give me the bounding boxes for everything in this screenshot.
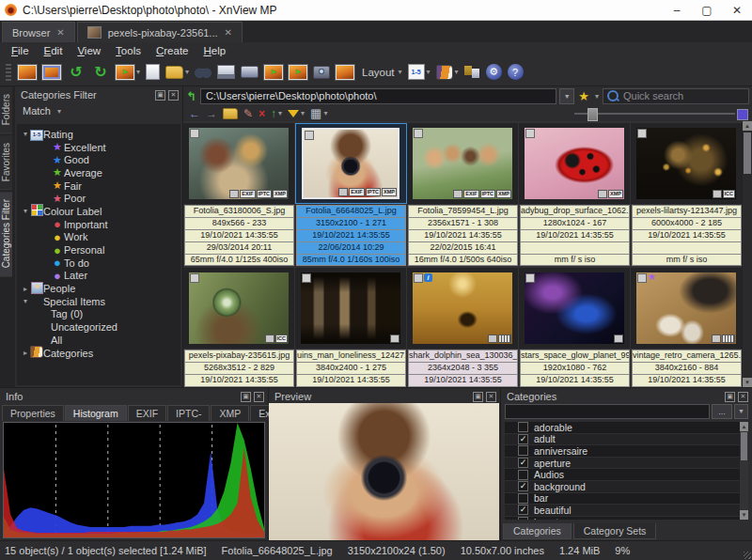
close-button[interactable]: ✕ — [722, 0, 752, 20]
meta-modified[interactable]: 19/10/2021 14:35:55 — [184, 230, 294, 242]
chevron-down-icon[interactable]: ▾ — [57, 107, 61, 116]
tree-item-later[interactable]: ●Later — [17, 270, 180, 283]
meta-dims[interactable]: 2364x2048 - 3 355 — [408, 363, 518, 375]
meta-exif[interactable]: 65mm f/4.0 1/125s 400iso — [184, 255, 294, 267]
tab-image[interactable]: pexels-pixabay-23561...✕ — [77, 22, 243, 42]
meta-modified[interactable]: 19/10/2021 14:35:55 — [184, 375, 294, 387]
close-panel-icon[interactable]: ✕ — [254, 392, 264, 402]
match-dropdown[interactable]: Match — [23, 105, 51, 117]
view-mode-icon[interactable]: ▦▾ — [310, 106, 327, 120]
tree-caret-icon[interactable]: ▾ — [21, 130, 30, 138]
path-input[interactable]: C:\Users\pierre\Desktop\photo\photo\ — [200, 88, 556, 104]
browse-mode-menu[interactable]: ▾ — [436, 61, 459, 84]
tab-category-sets[interactable]: Category Sets — [573, 523, 657, 539]
thumbnail-item[interactable] — [519, 268, 631, 349]
chevron-down-icon[interactable]: ▾ — [301, 109, 305, 117]
thumbnail-item[interactable]: ICC — [631, 123, 743, 204]
scroll-up-icon[interactable]: ▲ — [740, 422, 748, 431]
slideshow-icon[interactable] — [336, 61, 354, 84]
tree-item-important[interactable]: ●Important — [17, 218, 180, 231]
meta-dims[interactable]: 849x566 - 233 — [184, 218, 294, 230]
thumbnail-item[interactable] — [295, 268, 407, 349]
layout-menu[interactable]: Layout▾ — [360, 61, 402, 84]
vertical-scrollbar[interactable]: ▲ ▼ — [742, 121, 752, 387]
thumb-checkbox[interactable] — [302, 273, 311, 283]
back-button[interactable]: ← — [189, 107, 200, 120]
scroll-down-icon[interactable]: ▼ — [740, 510, 748, 520]
meta-dims[interactable]: 2356x1571 - 1 308 — [408, 218, 518, 230]
category-scrollbar[interactable]: ▲ ▼ — [740, 422, 748, 520]
menu-create[interactable]: Create — [149, 45, 196, 56]
path-dropdown-icon[interactable]: ▼ — [559, 88, 574, 104]
info-tab-properties[interactable]: Properties — [2, 405, 64, 421]
export-icon[interactable] — [264, 61, 283, 84]
meta-taken[interactable]: 22/02/2015 16:41 — [408, 242, 518, 255]
slider-handle[interactable] — [588, 108, 598, 121]
meta-exif[interactable]: mm f/ s iso — [520, 255, 630, 267]
batch-convert-icon[interactable] — [289, 61, 307, 84]
info-tab-xmp[interactable]: XMP — [211, 405, 249, 421]
thumbnail-item[interactable]: i — [407, 268, 519, 349]
tree-item-fair[interactable]: ★Fair — [17, 179, 180, 193]
tab-close-icon[interactable]: ✕ — [225, 27, 232, 38]
scrollbar-thumb[interactable] — [741, 432, 747, 460]
category-checkbox[interactable] — [518, 493, 528, 504]
scanner-icon[interactable] — [241, 61, 258, 84]
tree-item-rating[interactable]: ▾1·5Rating — [17, 128, 180, 141]
minimize-button[interactable]: – — [662, 0, 692, 20]
chevron-down-icon[interactable]: ▾ — [278, 109, 282, 117]
meta-exif[interactable]: mm f/ s iso — [632, 255, 742, 267]
thumbnail-item[interactable]: ★ — [631, 268, 743, 349]
float-panel-icon[interactable]: ▣ — [155, 90, 165, 101]
meta-modified[interactable]: 19/10/2021 14:35:55 — [408, 375, 518, 387]
category-more-button[interactable]: ... — [712, 404, 732, 419]
up-icon[interactable]: ↑▾ — [271, 107, 282, 120]
scroll-up-icon[interactable]: ▲ — [743, 121, 752, 131]
forward-button[interactable]: → — [206, 107, 217, 120]
category-row[interactable]: ✓aperture — [505, 458, 748, 470]
settings-icon[interactable]: ⚙ — [486, 61, 502, 84]
favorites-star-icon[interactable]: ★ — [578, 89, 589, 103]
close-panel-icon[interactable]: ✕ — [738, 392, 748, 402]
resize-grip[interactable] — [744, 552, 751, 559]
move-to-folder-icon[interactable]: ▾ — [165, 61, 189, 84]
category-row[interactable]: ✓beautiful — [505, 505, 748, 517]
sidebar-tab-categories-filter[interactable]: Categories Filter — [0, 192, 12, 276]
meta-name[interactable]: stars_space_glow_planet_99.. — [520, 350, 630, 363]
meta-name[interactable]: Fotolia_66648025_L.jpg — [296, 205, 406, 218]
info-tab-exif[interactable]: EXIF — [128, 405, 166, 421]
filter-icon[interactable]: ▾ — [288, 109, 305, 117]
category-row[interactable]: Audios — [505, 469, 748, 481]
category-search-input[interactable] — [505, 404, 710, 419]
float-panel-icon[interactable]: ▣ — [241, 392, 251, 402]
thumb-checkbox[interactable] — [525, 273, 535, 283]
thumb-checkbox[interactable] — [637, 273, 647, 283]
tree-item-tag-0-[interactable]: Tag (0) — [17, 308, 180, 321]
meta-name[interactable]: pexels-lilartsy-1213447.jpg — [632, 205, 742, 218]
meta-name[interactable]: Fotolia_78599454_L.jpg — [408, 205, 518, 218]
chevron-down-icon[interactable]: ▾ — [427, 68, 431, 76]
thumb-checkbox[interactable] — [305, 131, 314, 140]
capture-icon[interactable] — [313, 61, 330, 84]
tree-item-uncategorized[interactable]: Uncategorized — [17, 320, 180, 334]
meta-taken[interactable]: 29/03/2014 20:11 — [184, 242, 294, 255]
meta-name[interactable]: Fotolia_63180006_S.jpg — [184, 205, 294, 218]
tree-item-poor[interactable]: ★Poor — [17, 192, 180, 205]
search-icon[interactable] — [195, 61, 212, 84]
thumb-checkbox[interactable] — [525, 129, 535, 138]
meta-modified[interactable]: 19/10/2021 14:35:55 — [632, 230, 742, 242]
tab-browser[interactable]: Browser✕ — [2, 22, 75, 42]
favorites-chevron-icon[interactable]: ▾ — [595, 92, 599, 101]
thumbnail-size-menu[interactable]: 1-5▾ — [408, 61, 431, 84]
meta-modified[interactable]: 19/10/2021 14:35:55 — [632, 375, 742, 387]
tree-item-personal[interactable]: ●Personal — [17, 243, 180, 257]
tree-item-good[interactable]: ★Good — [17, 153, 180, 166]
category-row[interactable]: ✓adult — [505, 434, 748, 446]
meta-name[interactable]: shark_dolphin_sea_130036_.. — [408, 350, 518, 363]
menu-view[interactable]: View — [70, 45, 108, 56]
thumb-checkbox[interactable] — [190, 273, 199, 283]
tree-caret-icon[interactable]: ▾ — [21, 297, 30, 305]
close-panel-icon[interactable]: ✕ — [168, 90, 179, 101]
scrollbar-thumb[interactable] — [744, 132, 751, 174]
convert-icon[interactable]: ▾ — [116, 61, 140, 84]
